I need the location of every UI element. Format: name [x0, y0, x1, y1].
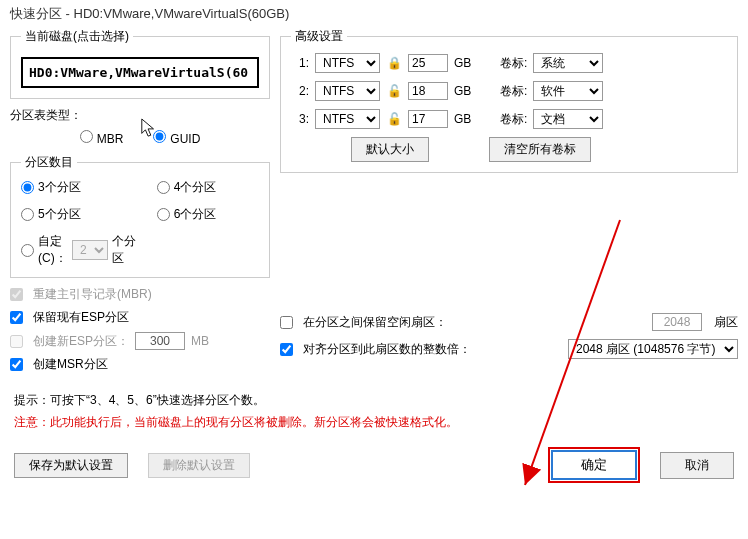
gap-sectors-input: [652, 313, 702, 331]
radio-5-partitions[interactable]: 5个分区: [21, 206, 137, 223]
custom-count-select[interactable]: 2: [72, 240, 108, 260]
rebuild-mbr-row: 重建主引导记录(MBR): [10, 286, 270, 303]
default-size-button[interactable]: 默认大小: [351, 137, 429, 162]
ok-button[interactable]: 确定: [551, 450, 637, 480]
cancel-button[interactable]: 取消: [660, 452, 734, 479]
keep-esp-row[interactable]: 保留现有ESP分区: [10, 309, 270, 326]
row2-size-input[interactable]: [408, 82, 448, 100]
row3-size-input[interactable]: [408, 110, 448, 128]
row1-fs-select[interactable]: NTFS: [315, 53, 380, 73]
custom-unit: 个分区: [112, 233, 136, 267]
row2-unit: GB: [454, 84, 476, 98]
row1-vol-select[interactable]: 系统: [533, 53, 603, 73]
new-esp-row: 创建新ESP分区： MB: [10, 332, 270, 350]
row3-unit: GB: [454, 112, 476, 126]
partition-count-legend: 分区数目: [21, 154, 77, 171]
lock-icon[interactable]: 🔒: [386, 56, 402, 70]
warning-text: 注意：此功能执行后，当前磁盘上的现有分区将被删除。新分区将会被快速格式化。: [14, 411, 734, 433]
row2-fs-select[interactable]: NTFS: [315, 81, 380, 101]
advanced-legend: 高级设置: [291, 28, 347, 45]
partition-table-label: 分区表类型：: [10, 107, 270, 124]
row3-vollabel: 卷标:: [500, 111, 527, 128]
radio-4-partitions[interactable]: 4个分区: [157, 179, 259, 196]
row3-vol-select[interactable]: 文档: [533, 109, 603, 129]
new-esp-checkbox: [10, 335, 23, 348]
current-disk-value[interactable]: HD0:VMware,VMwareVirtualS(60: [21, 57, 259, 88]
radio-custom-partitions[interactable]: 自定(C)：: [21, 233, 68, 267]
row3-fs-select[interactable]: NTFS: [315, 109, 380, 129]
rebuild-mbr-checkbox: [10, 288, 23, 301]
radio-mbr[interactable]: MBR: [80, 130, 124, 146]
row3-idx: 3:: [291, 112, 309, 126]
delete-default-button: 删除默认设置: [148, 453, 250, 478]
gap-sectors-checkbox[interactable]: [280, 316, 293, 329]
current-disk-legend: 当前磁盘(点击选择): [21, 28, 133, 45]
row2-vollabel: 卷标:: [500, 83, 527, 100]
partition-table-section: 分区表类型： MBR GUID: [10, 107, 270, 146]
partition-row-1: 1: NTFS 🔒 GB 卷标: 系统: [291, 53, 727, 73]
create-msr-row[interactable]: 创建MSR分区: [10, 356, 270, 373]
partition-count-group: 分区数目 3个分区 4个分区 5个分区 6个分区 自定(C)： 2 个分区: [10, 154, 270, 278]
radio-guid[interactable]: GUID: [153, 130, 200, 146]
row1-size-input[interactable]: [408, 54, 448, 72]
radio-3-partitions[interactable]: 3个分区: [21, 179, 137, 196]
align-sectors-checkbox[interactable]: [280, 343, 293, 356]
align-sectors-row[interactable]: 对齐分区到此扇区数的整数倍： 2048 扇区 (1048576 字节): [280, 339, 738, 359]
save-default-button[interactable]: 保存为默认设置: [14, 453, 128, 478]
advanced-group: 高级设置 1: NTFS 🔒 GB 卷标: 系统 2: NTFS 🔓 GB 卷标…: [280, 28, 738, 173]
create-msr-checkbox[interactable]: [10, 358, 23, 371]
align-sectors-select[interactable]: 2048 扇区 (1048576 字节): [568, 339, 738, 359]
ok-button-highlight: 确定: [548, 447, 640, 483]
new-esp-size-input: [135, 332, 185, 350]
clear-labels-button[interactable]: 清空所有卷标: [489, 137, 591, 162]
gap-sectors-row[interactable]: 在分区之间保留空闲扇区： 扇区: [280, 313, 738, 331]
unlock-icon[interactable]: 🔓: [386, 84, 402, 98]
row2-idx: 2:: [291, 84, 309, 98]
row2-vol-select[interactable]: 软件: [533, 81, 603, 101]
unlock-icon[interactable]: 🔓: [386, 112, 402, 126]
keep-esp-checkbox[interactable]: [10, 311, 23, 324]
tips-section: 提示：可按下“3、4、5、6”快速选择分区个数。 注意：此功能执行后，当前磁盘上…: [0, 379, 748, 439]
row1-vollabel: 卷标:: [500, 55, 527, 72]
window-title: 快速分区 - HD0:VMware,VMwareVirtualS(60GB): [0, 0, 748, 28]
radio-6-partitions[interactable]: 6个分区: [157, 206, 259, 223]
partition-row-2: 2: NTFS 🔓 GB 卷标: 软件: [291, 81, 727, 101]
partition-row-3: 3: NTFS 🔓 GB 卷标: 文档: [291, 109, 727, 129]
row1-idx: 1:: [291, 56, 309, 70]
row1-unit: GB: [454, 56, 476, 70]
current-disk-group: 当前磁盘(点击选择) HD0:VMware,VMwareVirtualS(60: [10, 28, 270, 99]
